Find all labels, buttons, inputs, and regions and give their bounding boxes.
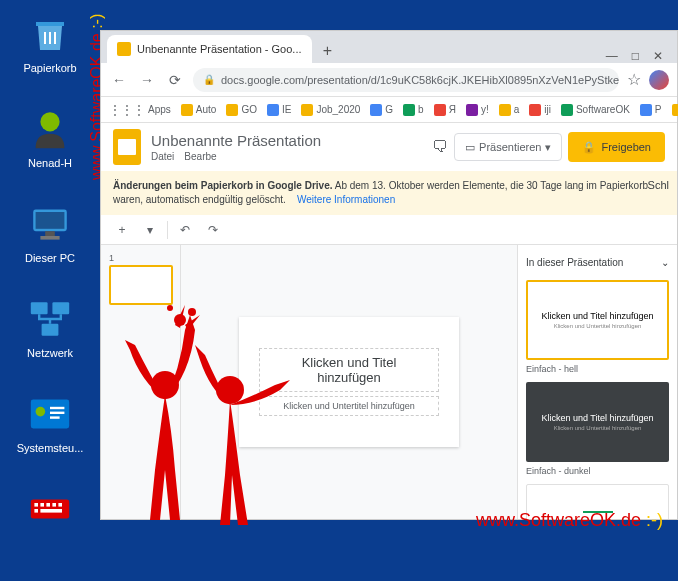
svg-rect-13 <box>50 407 64 409</box>
url-bar: ← → ⟳ 🔒 docs.google.com/presentation/d/1… <box>101 63 677 97</box>
svg-rect-5 <box>36 212 65 229</box>
chevron-down-icon: ⌄ <box>661 257 669 268</box>
desktop-icon-control-panel[interactable]: Systemsteu... <box>15 390 85 454</box>
slide-number: 1 <box>109 253 172 263</box>
theme-option[interactable]: Klicken und Titel hinzufügen Klicken und… <box>526 280 669 360</box>
title-placeholder[interactable]: Klicken und Titel hinzufügen <box>259 348 439 392</box>
svg-rect-21 <box>58 503 62 507</box>
svg-rect-1 <box>49 32 51 44</box>
bookmark-item[interactable]: Job_2020 <box>301 104 360 116</box>
desktop-icon-recycle-bin[interactable]: Papierkorb <box>15 10 85 74</box>
theme-option[interactable]: Klicken und Titel hinzufügen Klicken und… <box>526 382 669 462</box>
svg-rect-2 <box>54 32 56 44</box>
menu-edit[interactable]: Bearbe <box>184 151 216 162</box>
slide: Klicken und Titel hinzufügen Klicken und… <box>239 317 459 447</box>
bookmark-item[interactable]: y! <box>466 104 489 116</box>
main-area: 1 Klicken und Titel hinzufügen Klicken u… <box>101 245 677 519</box>
svg-rect-9 <box>52 302 69 314</box>
subtitle-placeholder[interactable]: Klicken und Untertitel hinzufügen <box>259 396 439 416</box>
control-panel-icon <box>26 390 74 438</box>
keyboard-icon <box>26 485 74 533</box>
svg-rect-6 <box>45 231 55 236</box>
bookmark-item[interactable]: a <box>499 104 520 116</box>
comments-icon[interactable]: 🗨 <box>432 138 448 156</box>
slide-panel: 1 <box>101 245 181 519</box>
desktop-icon-label: Systemsteu... <box>17 442 84 454</box>
slide-thumbnail[interactable] <box>109 265 173 305</box>
notification-banner: Änderungen beim Papierkorb in Google Dri… <box>101 171 677 215</box>
theme-label: Einfach - dunkel <box>526 466 669 476</box>
close-button[interactable]: ✕ <box>653 49 663 63</box>
forward-button[interactable]: → <box>137 70 157 90</box>
bookmark-item[interactable]: Я <box>434 104 456 116</box>
star-icon[interactable]: ☆ <box>627 70 641 89</box>
svg-rect-0 <box>44 32 46 44</box>
bookmarks-bar: ⋮⋮⋮Apps Auto GO IE Job_2020 G b Я y! a i… <box>101 97 677 123</box>
desktop-icon-user[interactable]: Nenad-H <box>15 105 85 169</box>
slides-favicon <box>117 42 131 56</box>
svg-rect-15 <box>50 416 60 418</box>
bookmark-item[interactable]: FAQ-EX <box>672 99 678 121</box>
banner-close[interactable]: Schl <box>648 179 669 191</box>
dropdown-icon: ▾ <box>545 141 551 154</box>
bookmark-item[interactable]: G <box>370 104 393 116</box>
desktop-icon-label: Netzwerk <box>27 347 73 359</box>
document-title[interactable]: Unbenannte Präsentation <box>151 132 422 149</box>
slides-logo-icon[interactable] <box>113 129 141 165</box>
url-input[interactable]: 🔒 docs.google.com/presentation/d/1c9uKC5… <box>193 68 619 92</box>
theme-panel: In dieser Präsentation ⌄ Klicken und Tit… <box>517 245 677 519</box>
bookmark-item[interactable]: GO <box>226 104 257 116</box>
svg-point-12 <box>36 407 46 417</box>
bookmark-item[interactable]: SoftwareOK <box>561 104 630 116</box>
desktop-icon-label: Dieser PC <box>25 252 75 264</box>
svg-rect-19 <box>46 503 50 507</box>
svg-rect-18 <box>40 503 44 507</box>
dropdown-icon[interactable]: ▾ <box>139 219 161 241</box>
lock-icon: 🔒 <box>582 141 596 154</box>
maximize-button[interactable]: □ <box>632 49 639 63</box>
slides-header: Unbenannte Präsentation Datei Bearbe 🗨 ▭… <box>101 123 677 171</box>
theme-panel-header[interactable]: In dieser Präsentation ⌄ <box>526 253 669 272</box>
minimize-button[interactable]: — <box>606 49 618 63</box>
apps-button[interactable]: ⋮⋮⋮Apps <box>109 103 171 117</box>
svg-point-3 <box>40 112 59 131</box>
new-tab-button[interactable]: + <box>316 39 340 63</box>
bookmark-item[interactable]: P <box>640 104 662 116</box>
url-text: docs.google.com/presentation/d/1c9uKC58k… <box>221 74 619 86</box>
new-slide-button[interactable]: + <box>111 219 133 241</box>
undo-button[interactable]: ↶ <box>174 219 196 241</box>
network-icon <box>26 295 74 343</box>
browser-tab[interactable]: Unbenannte Präsentation - Goo... <box>107 35 312 63</box>
desktop-icon-this-pc[interactable]: Dieser PC <box>15 200 85 264</box>
browser-window: Unbenannte Präsentation - Goo... + — □ ✕… <box>100 30 678 520</box>
lock-icon: 🔒 <box>203 74 215 85</box>
desktop-icon-network[interactable]: Netzwerk <box>15 295 85 359</box>
svg-rect-10 <box>42 324 59 336</box>
menu-bar: Datei Bearbe <box>151 151 422 162</box>
svg-rect-17 <box>34 503 38 507</box>
pc-icon <box>26 200 74 248</box>
banner-link[interactable]: Weitere Informationen <box>297 194 395 205</box>
reload-button[interactable]: ⟳ <box>165 70 185 90</box>
svg-rect-7 <box>40 236 59 240</box>
desktop-icon-label: Nenad-H <box>28 157 72 169</box>
present-icon: ▭ <box>465 141 475 154</box>
watermark-bottom: www.SoftwareOK.de :-) <box>476 510 663 531</box>
toolbar: + ▾ ↶ ↷ <box>101 215 677 245</box>
bookmark-item[interactable]: b <box>403 104 424 116</box>
canvas[interactable]: Klicken und Titel hinzufügen Klicken und… <box>181 245 517 519</box>
share-button[interactable]: 🔒 Freigeben <box>568 132 665 162</box>
bookmark-item[interactable]: Auto <box>181 104 217 116</box>
bookmark-item[interactable]: IE <box>267 104 291 116</box>
present-button[interactable]: ▭ Präsentieren ▾ <box>454 133 562 161</box>
recycle-bin-icon <box>26 10 74 58</box>
bookmark-item[interactable]: iji <box>529 104 551 116</box>
menu-file[interactable]: Datei <box>151 151 174 162</box>
profile-avatar[interactable] <box>649 70 669 90</box>
redo-button[interactable]: ↷ <box>202 219 224 241</box>
window-controls: — □ ✕ <box>606 49 671 63</box>
svg-rect-20 <box>52 503 56 507</box>
desktop-icon-label: Papierkorb <box>23 62 76 74</box>
desktop-icon-keyboard[interactable] <box>15 485 85 537</box>
back-button[interactable]: ← <box>109 70 129 90</box>
